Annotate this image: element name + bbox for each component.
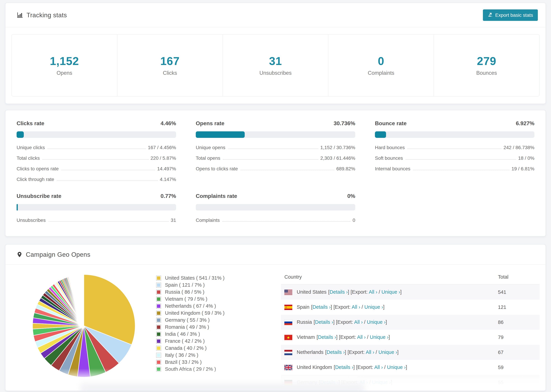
bracket: [ [314, 319, 315, 325]
metrics-list: Unsubscribes31 [17, 215, 176, 226]
rate-section-bounce-rate: Bounce rate6.927%Hard bounces242 / 86.73… [375, 120, 534, 185]
stat-box-opens: 1,152Opens [12, 35, 117, 96]
legend-label: United Kingdom ( 59 / 3% ) [165, 310, 225, 316]
metric-label: Opens to clicks rate [196, 166, 238, 172]
legend-label: Brazil ( 33 / 2% ) [165, 359, 202, 365]
export-unique-link[interactable]: Unique › [370, 334, 389, 340]
country-name: Spain [297, 304, 309, 310]
rate-title: Clicks rate [17, 120, 44, 126]
details-link[interactable]: Details › [326, 350, 345, 355]
export-prefix: [Export: [347, 350, 366, 355]
flag-icon-gb [284, 365, 292, 370]
map-pin-icon [17, 251, 22, 258]
column-header-country: Country [281, 269, 496, 284]
metric-value: 31 [171, 217, 176, 223]
legend-swatch [156, 297, 161, 302]
country-name: Russia [297, 319, 312, 325]
metric-value: 14.497% [157, 166, 176, 172]
dotted-leader [223, 159, 318, 160]
export-unique-link[interactable]: Unique › [381, 289, 400, 295]
progress-bar-fill [17, 131, 24, 138]
stat-box-bounces: 279Bounces [434, 35, 539, 96]
flag-icon-us [284, 290, 292, 295]
rate-head: Unsubscribe rate0.77% [17, 193, 176, 199]
stat-label: Clicks [163, 70, 177, 76]
table-row-vietnam: Vietnam[Details ›] [Export: All › / Uniq… [281, 330, 540, 345]
legend-item-india: India ( 46 / 3% ) [156, 331, 281, 338]
bracket: ] [391, 379, 392, 385]
legend-swatch [156, 304, 161, 309]
legend-swatch [156, 353, 161, 358]
dotted-leader [61, 170, 155, 170]
bracket: / [363, 319, 367, 325]
metrics-list: Hard bounces242 / 86.738%Soft bounces18 … [375, 142, 534, 174]
legend-item-romania: Romania ( 49 / 3% ) [156, 324, 281, 331]
legend-swatch [156, 275, 161, 281]
export-unique-link[interactable]: Unique › [364, 304, 383, 310]
flag-icon-nl [284, 350, 292, 355]
details-link[interactable]: Details › [335, 364, 353, 370]
flag-icon-es [284, 305, 292, 310]
legend-item-netherlands: Netherlands ( 67 / 4% ) [156, 302, 281, 309]
country-cell: Netherlands[Details ›] [Export: All › / … [281, 345, 496, 360]
legend-label: Romania ( 49 / 3% ) [165, 324, 209, 330]
geo-title-row: Campaign Geo Opens [17, 251, 90, 258]
bracket: ] [389, 334, 390, 340]
export-unique-link[interactable]: Unique › [378, 350, 397, 355]
legend-item-italy: Italy ( 36 / 2% ) [156, 352, 281, 359]
country-total: 79 [496, 330, 540, 345]
export-prefix: [Export: [356, 364, 374, 370]
export-prefix: [Export: [339, 334, 357, 340]
dotted-leader [42, 159, 148, 160]
pie-svg [31, 273, 137, 379]
legend-swatch [156, 339, 161, 344]
bracket: / [366, 334, 370, 340]
stat-value: 279 [477, 55, 496, 68]
export-basic-stats-button[interactable]: Export basic stats [483, 9, 538, 21]
metric-value: 242 / 86.738% [503, 145, 534, 150]
metric-label: Total opens [196, 155, 220, 161]
progress-bar [17, 131, 176, 138]
metric-row: Complaints0 [196, 215, 355, 226]
dotted-leader [240, 170, 334, 170]
export-unique-link[interactable]: Unique › [387, 364, 406, 370]
export-all-link[interactable]: All › [369, 289, 377, 295]
rate-head: Complaints rate0% [196, 193, 355, 199]
legend-label: Netherlands ( 67 / 4% ) [165, 303, 216, 309]
export-all-link[interactable]: All › [352, 304, 360, 310]
metric-label: Unsubscribes [17, 217, 46, 223]
tracking-stats-card: Tracking stats Export basic stats 1,152O… [5, 3, 546, 104]
metric-row: Opens to clicks rate689.82% [196, 163, 355, 174]
export-all-link[interactable]: All › [374, 364, 383, 370]
rate-value: 6.927% [516, 120, 534, 126]
export-unique-link[interactable]: Unique › [372, 379, 391, 385]
export-unique-link[interactable]: Unique › [367, 319, 386, 325]
details-link[interactable]: Details › [315, 319, 333, 325]
legend-item-germany: Germany ( 55 / 3% ) [156, 317, 281, 324]
export-prefix: [Export: [336, 319, 354, 325]
export-all-link[interactable]: All › [357, 334, 366, 340]
export-all-link[interactable]: All › [354, 319, 363, 325]
rate-title: Bounce rate [375, 120, 407, 126]
geo-title: Campaign Geo Opens [26, 251, 90, 258]
bracket: / [368, 379, 372, 385]
geo-legend: United States ( 541 / 31% )Spain ( 121 /… [156, 274, 281, 390]
details-link[interactable]: Details › [312, 304, 331, 310]
dotted-leader [222, 221, 350, 222]
rate-value: 0.77% [161, 193, 176, 199]
details-link[interactable]: Details › [318, 334, 336, 340]
details-link[interactable]: Details › [330, 289, 348, 295]
bracket: ] [353, 364, 356, 370]
rate-head: Opens rate30.736% [196, 120, 355, 126]
export-all-link[interactable]: All › [366, 350, 374, 355]
flag-icon-ru [284, 320, 292, 325]
legend-swatch [156, 290, 161, 295]
legend-label: Vietnam ( 79 / 5% ) [165, 296, 207, 302]
legend-swatch [156, 318, 161, 323]
country-total: 59 [496, 360, 540, 375]
bracket: ] [406, 364, 407, 370]
metric-row: Soft bounces18 / 0% [375, 153, 534, 163]
stat-value: 167 [160, 55, 180, 68]
legend-item-russia: Russia ( 86 / 5% ) [156, 288, 281, 295]
metric-label: Unique opens [196, 145, 225, 150]
